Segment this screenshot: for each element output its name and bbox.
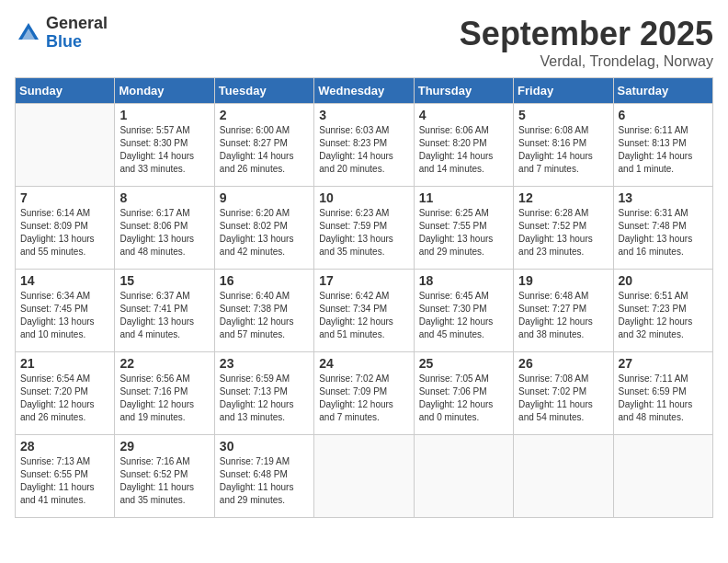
day-number: 22: [119, 356, 209, 371]
day-info: Sunrise: 6:31 AM Sunset: 7:48 PM Dayligh…: [619, 207, 708, 259]
calendar-cell: 9Sunrise: 6:20 AM Sunset: 8:02 PM Daylig…: [214, 187, 313, 270]
calendar-cell: 18Sunrise: 6:45 AM Sunset: 7:30 PM Dayli…: [414, 270, 513, 352]
day-info: Sunrise: 6:23 AM Sunset: 7:59 PM Dayligh…: [319, 207, 408, 259]
calendar-cell: 20Sunrise: 6:51 AM Sunset: 7:23 PM Dayli…: [613, 270, 712, 352]
calendar-week-row: 14Sunrise: 6:34 AM Sunset: 7:45 PM Dayli…: [16, 270, 713, 352]
weekday-header: Saturday: [613, 78, 712, 104]
calendar-cell: 22Sunrise: 6:56 AM Sunset: 7:16 PM Dayli…: [115, 352, 214, 435]
calendar-cell: 10Sunrise: 6:23 AM Sunset: 7:59 PM Dayli…: [314, 187, 414, 270]
calendar-cell: 11Sunrise: 6:25 AM Sunset: 7:55 PM Dayli…: [414, 187, 513, 270]
calendar-cell: 5Sunrise: 6:08 AM Sunset: 8:16 PM Daylig…: [514, 104, 613, 187]
calendar-cell: 17Sunrise: 6:42 AM Sunset: 7:34 PM Dayli…: [314, 270, 414, 352]
day-number: 19: [518, 273, 608, 288]
day-info: Sunrise: 6:06 AM Sunset: 8:20 PM Dayligh…: [419, 124, 508, 176]
weekday-header: Tuesday: [214, 78, 313, 104]
title-section: September 2025 Verdal, Trondelag, Norway: [460, 15, 713, 70]
day-info: Sunrise: 6:42 AM Sunset: 7:34 PM Dayligh…: [319, 290, 408, 341]
calendar-week-row: 1Sunrise: 5:57 AM Sunset: 8:30 PM Daylig…: [16, 104, 713, 187]
logo-general: General: [46, 15, 108, 33]
calendar-cell: 7Sunrise: 6:14 AM Sunset: 8:09 PM Daylig…: [16, 187, 115, 270]
day-info: Sunrise: 6:48 AM Sunset: 7:27 PM Dayligh…: [518, 290, 608, 341]
calendar-week-row: 28Sunrise: 7:13 AM Sunset: 6:55 PM Dayli…: [16, 435, 713, 518]
page-header: General Blue September 2025 Verdal, Tron…: [15, 15, 713, 70]
calendar-cell: 26Sunrise: 7:08 AM Sunset: 7:02 PM Dayli…: [514, 352, 613, 435]
calendar-cell: 28Sunrise: 7:13 AM Sunset: 6:55 PM Dayli…: [16, 435, 115, 518]
calendar-cell: [514, 435, 613, 518]
location: Verdal, Trondelag, Norway: [460, 53, 713, 70]
calendar-cell: 8Sunrise: 6:17 AM Sunset: 8:06 PM Daylig…: [115, 187, 214, 270]
day-number: 25: [419, 356, 508, 371]
day-number: 18: [419, 273, 508, 288]
calendar-cell: 30Sunrise: 7:19 AM Sunset: 6:48 PM Dayli…: [214, 435, 313, 518]
day-number: 28: [20, 439, 109, 454]
calendar-cell: 24Sunrise: 7:02 AM Sunset: 7:09 PM Dayli…: [314, 352, 414, 435]
day-number: 20: [619, 273, 708, 288]
day-info: Sunrise: 6:40 AM Sunset: 7:38 PM Dayligh…: [220, 290, 309, 341]
day-info: Sunrise: 6:00 AM Sunset: 8:27 PM Dayligh…: [220, 124, 309, 176]
day-info: Sunrise: 7:08 AM Sunset: 7:02 PM Dayligh…: [518, 373, 608, 424]
day-number: 11: [419, 190, 508, 205]
day-info: Sunrise: 6:54 AM Sunset: 7:20 PM Dayligh…: [20, 373, 109, 424]
day-number: 24: [319, 356, 408, 371]
day-number: 29: [119, 439, 209, 454]
day-number: 14: [20, 273, 109, 288]
day-number: 5: [518, 108, 608, 122]
weekday-header: Thursday: [414, 78, 513, 104]
logo-icon: [15, 19, 42, 47]
weekday-header: Sunday: [16, 78, 115, 104]
calendar-cell: 19Sunrise: 6:48 AM Sunset: 7:27 PM Dayli…: [514, 270, 613, 352]
day-number: 4: [419, 108, 508, 122]
day-number: 10: [319, 190, 408, 205]
calendar-cell: 23Sunrise: 6:59 AM Sunset: 7:13 PM Dayli…: [214, 352, 313, 435]
day-number: 23: [220, 356, 309, 371]
day-info: Sunrise: 6:17 AM Sunset: 8:06 PM Dayligh…: [119, 207, 209, 259]
day-info: Sunrise: 7:16 AM Sunset: 6:52 PM Dayligh…: [119, 455, 209, 507]
calendar-cell: 27Sunrise: 7:11 AM Sunset: 6:59 PM Dayli…: [613, 352, 712, 435]
day-info: Sunrise: 5:57 AM Sunset: 8:30 PM Dayligh…: [119, 124, 209, 176]
day-number: 21: [20, 356, 109, 371]
calendar-cell: 21Sunrise: 6:54 AM Sunset: 7:20 PM Dayli…: [16, 352, 115, 435]
calendar-cell: 6Sunrise: 6:11 AM Sunset: 8:13 PM Daylig…: [613, 104, 712, 187]
day-info: Sunrise: 6:14 AM Sunset: 8:09 PM Dayligh…: [20, 207, 109, 259]
day-number: 12: [518, 190, 608, 205]
day-number: 26: [518, 356, 608, 371]
day-info: Sunrise: 6:03 AM Sunset: 8:23 PM Dayligh…: [319, 124, 408, 176]
day-number: 8: [119, 190, 209, 205]
logo: General Blue: [15, 15, 108, 52]
day-number: 16: [220, 273, 309, 288]
day-number: 30: [220, 439, 309, 454]
calendar-cell: 15Sunrise: 6:37 AM Sunset: 7:41 PM Dayli…: [115, 270, 214, 352]
day-info: Sunrise: 7:02 AM Sunset: 7:09 PM Dayligh…: [319, 373, 408, 424]
day-info: Sunrise: 7:19 AM Sunset: 6:48 PM Dayligh…: [220, 455, 309, 507]
calendar-cell: 12Sunrise: 6:28 AM Sunset: 7:52 PM Dayli…: [514, 187, 613, 270]
calendar-cell: 29Sunrise: 7:16 AM Sunset: 6:52 PM Dayli…: [115, 435, 214, 518]
calendar-cell: 25Sunrise: 7:05 AM Sunset: 7:06 PM Dayli…: [414, 352, 513, 435]
day-info: Sunrise: 6:08 AM Sunset: 8:16 PM Dayligh…: [518, 124, 608, 176]
day-number: 9: [220, 190, 309, 205]
weekday-header: Friday: [514, 78, 613, 104]
weekday-header: Wednesday: [314, 78, 414, 104]
calendar-week-row: 7Sunrise: 6:14 AM Sunset: 8:09 PM Daylig…: [16, 187, 713, 270]
day-info: Sunrise: 7:11 AM Sunset: 6:59 PM Dayligh…: [619, 373, 708, 424]
calendar-table: SundayMondayTuesdayWednesdayThursdayFrid…: [15, 77, 713, 518]
calendar-week-row: 21Sunrise: 6:54 AM Sunset: 7:20 PM Dayli…: [16, 352, 713, 435]
day-number: 27: [619, 356, 708, 371]
day-number: 17: [319, 273, 408, 288]
day-info: Sunrise: 6:45 AM Sunset: 7:30 PM Dayligh…: [419, 290, 508, 341]
day-info: Sunrise: 6:51 AM Sunset: 7:23 PM Dayligh…: [619, 290, 708, 341]
weekday-header: Monday: [115, 78, 214, 104]
month-title: September 2025: [460, 15, 713, 53]
day-info: Sunrise: 6:34 AM Sunset: 7:45 PM Dayligh…: [20, 290, 109, 341]
calendar-cell: 2Sunrise: 6:00 AM Sunset: 8:27 PM Daylig…: [214, 104, 313, 187]
calendar-cell: 3Sunrise: 6:03 AM Sunset: 8:23 PM Daylig…: [314, 104, 414, 187]
day-number: 1: [119, 108, 209, 122]
day-info: Sunrise: 6:20 AM Sunset: 8:02 PM Dayligh…: [220, 207, 309, 259]
day-info: Sunrise: 7:05 AM Sunset: 7:06 PM Dayligh…: [419, 373, 508, 424]
day-info: Sunrise: 7:13 AM Sunset: 6:55 PM Dayligh…: [20, 455, 109, 507]
calendar-cell: 1Sunrise: 5:57 AM Sunset: 8:30 PM Daylig…: [115, 104, 214, 187]
day-number: 13: [619, 190, 708, 205]
calendar-cell: [314, 435, 414, 518]
day-info: Sunrise: 6:56 AM Sunset: 7:16 PM Dayligh…: [119, 373, 209, 424]
day-info: Sunrise: 6:59 AM Sunset: 7:13 PM Dayligh…: [220, 373, 309, 424]
day-number: 6: [619, 108, 708, 122]
